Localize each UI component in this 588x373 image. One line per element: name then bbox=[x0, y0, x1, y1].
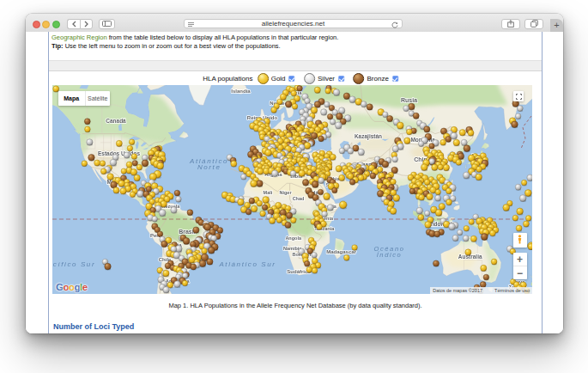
svg-text:Mali: Mali bbox=[264, 190, 273, 195]
svg-text:Kazajistán: Kazajistán bbox=[355, 133, 382, 140]
svg-text:Atlántico Sur: Atlántico Sur bbox=[218, 260, 276, 268]
svg-text:Norte: Norte bbox=[197, 163, 221, 171]
svg-text:Índico: Índico bbox=[377, 251, 403, 259]
svg-text:Níger: Níger bbox=[279, 190, 292, 195]
svg-text:Pacífico Sur: Pacífico Sur bbox=[52, 260, 95, 268]
svg-text:Angola: Angola bbox=[285, 235, 302, 241]
svg-text:Rusia: Rusia bbox=[401, 97, 417, 103]
svg-text:Canadá: Canadá bbox=[106, 118, 126, 124]
svg-text:Islandia: Islandia bbox=[231, 89, 251, 94]
svg-text:Chad: Chad bbox=[293, 196, 305, 201]
svg-text:Madagascar: Madagascar bbox=[326, 249, 356, 254]
